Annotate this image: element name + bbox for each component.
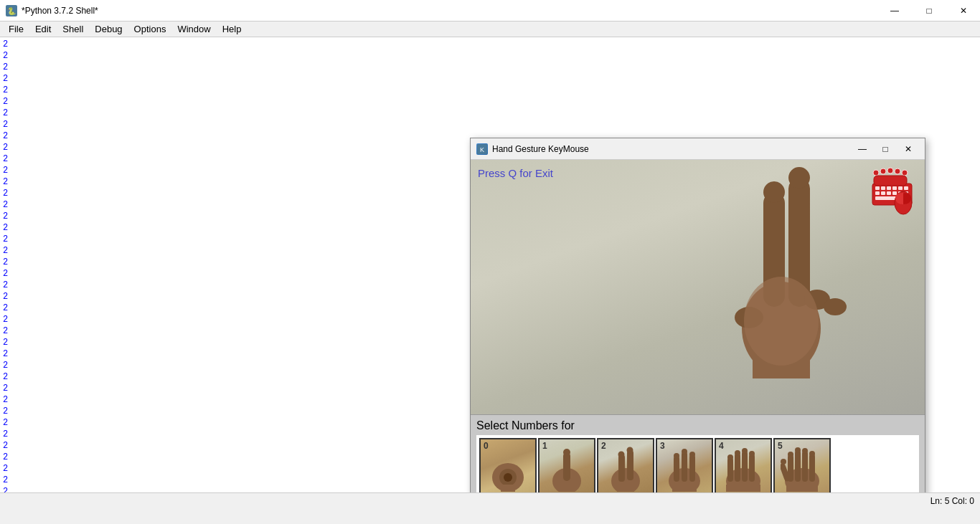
gesture-image-2 xyxy=(598,439,653,494)
svg-point-62 xyxy=(735,450,740,456)
svg-point-76 xyxy=(802,448,808,454)
press-q-label: Press Q for Exit xyxy=(478,167,553,179)
select-numbers-label: Select Numbers for xyxy=(476,419,919,432)
svg-rect-10 xyxy=(904,186,908,190)
gesture-image-3 xyxy=(657,439,712,494)
gesture-thumb-2: 2 xyxy=(597,438,654,495)
camera-feed: Press Q for Exit xyxy=(471,160,925,414)
maximize-button[interactable]: □ xyxy=(913,0,946,22)
svg-point-66 xyxy=(749,451,755,457)
gesture-num-3: 3 xyxy=(660,441,665,451)
svg-rect-73 xyxy=(795,450,801,482)
svg-rect-79 xyxy=(786,485,818,492)
svg-rect-41 xyxy=(563,452,570,481)
svg-point-54 xyxy=(682,449,687,454)
svg-rect-6 xyxy=(881,186,885,190)
floating-app-icon: K xyxy=(476,143,488,155)
svg-point-60 xyxy=(727,454,733,460)
svg-text:🐍: 🐍 xyxy=(7,6,17,16)
svg-rect-75 xyxy=(802,451,808,482)
svg-point-56 xyxy=(689,452,695,457)
menu-debug[interactable]: Debug xyxy=(89,22,128,36)
svg-point-42 xyxy=(563,449,570,456)
svg-rect-55 xyxy=(689,454,695,482)
svg-point-34 xyxy=(824,298,847,315)
svg-rect-43 xyxy=(560,485,574,492)
floating-title-text: Hand Gesture KeyMouse xyxy=(492,144,852,154)
svg-rect-49 xyxy=(617,485,634,492)
svg-rect-77 xyxy=(809,454,815,482)
svg-rect-59 xyxy=(727,457,733,482)
svg-point-24 xyxy=(902,170,908,176)
svg-point-74 xyxy=(795,447,801,453)
svg-rect-47 xyxy=(627,450,633,480)
float-maximize-button[interactable]: □ xyxy=(875,141,896,157)
svg-point-78 xyxy=(809,451,815,457)
svg-rect-14 xyxy=(892,191,897,195)
app-icon: 🐍 xyxy=(6,5,17,16)
gesture-image-0 xyxy=(481,439,535,494)
svg-point-31 xyxy=(788,167,810,189)
svg-point-22 xyxy=(887,168,893,173)
camera-area: Press Q for Exit xyxy=(471,160,925,414)
svg-rect-63 xyxy=(742,451,748,482)
menu-help[interactable]: Help xyxy=(217,22,248,36)
gesture-thumb-5: 5 xyxy=(773,438,831,495)
svg-rect-57 xyxy=(672,485,697,492)
minimize-button[interactable]: — xyxy=(878,0,911,22)
svg-point-70 xyxy=(781,459,786,465)
menu-shell[interactable]: Shell xyxy=(57,22,89,36)
gesture-strip: 0 1 xyxy=(476,435,919,498)
keymouse-icon xyxy=(869,166,919,216)
svg-rect-53 xyxy=(682,452,687,482)
svg-rect-39 xyxy=(501,485,515,492)
svg-point-64 xyxy=(742,448,748,454)
window-title: *Python 3.7.2 Shell* xyxy=(22,6,974,16)
svg-rect-13 xyxy=(887,191,891,195)
gesture-thumb-3: 3 xyxy=(656,438,713,495)
svg-point-21 xyxy=(880,168,886,174)
menu-edit[interactable]: Edit xyxy=(29,22,57,36)
window-controls: — □ ✕ xyxy=(878,0,980,22)
hand-gesture-image xyxy=(695,160,867,378)
floating-title-bar: K Hand Gesture KeyMouse — □ ✕ xyxy=(471,138,925,160)
svg-rect-25 xyxy=(874,176,907,186)
gesture-num-1: 1 xyxy=(542,441,547,451)
svg-point-20 xyxy=(873,170,879,176)
gesture-thumb-4: 4 xyxy=(715,438,772,495)
menu-bar: File Edit Shell Debug Options Window Hel… xyxy=(0,22,980,37)
svg-point-35 xyxy=(744,277,819,366)
gesture-image-1 xyxy=(540,439,594,494)
float-minimize-button[interactable]: — xyxy=(852,141,873,157)
gesture-num-2: 2 xyxy=(601,441,606,451)
close-button[interactable]: ✕ xyxy=(947,0,980,22)
status-bar: Ln: 5 Col: 0 xyxy=(0,492,980,508)
svg-point-48 xyxy=(627,447,633,454)
svg-rect-5 xyxy=(875,186,880,190)
title-bar: 🐍 *Python 3.7.2 Shell* — □ ✕ xyxy=(0,0,980,22)
floating-controls: — □ ✕ xyxy=(852,141,919,157)
gesture-num-4: 4 xyxy=(719,441,724,451)
menu-window[interactable]: Window xyxy=(171,22,216,36)
bottom-panel: Select Numbers for 0 xyxy=(471,414,925,502)
status-text: Ln: 5 Col: 0 xyxy=(930,496,974,506)
menu-options[interactable]: Options xyxy=(128,22,172,36)
shell-area[interactable]: 2 2 2 2 2 2 2 2 2 2 2 2 2 2 2 2 2 2 2 2 … xyxy=(0,37,980,508)
svg-rect-12 xyxy=(881,191,885,195)
hand-gesture-window: K Hand Gesture KeyMouse — □ ✕ Press Q fo… xyxy=(470,138,925,503)
svg-rect-7 xyxy=(887,186,891,190)
svg-rect-65 xyxy=(749,454,755,482)
svg-rect-51 xyxy=(674,456,679,482)
line-numbers: 2 2 2 2 2 2 2 2 2 2 2 2 2 2 2 2 2 2 2 2 … xyxy=(0,37,14,497)
gesture-num-0: 0 xyxy=(484,441,489,451)
float-close-button[interactable]: ✕ xyxy=(897,141,919,157)
svg-text:K: K xyxy=(480,146,484,153)
svg-rect-45 xyxy=(618,454,625,482)
gesture-thumb-0: 0 xyxy=(479,438,537,495)
svg-rect-9 xyxy=(898,186,903,190)
menu-file[interactable]: File xyxy=(3,22,29,36)
svg-rect-8 xyxy=(892,186,897,190)
svg-point-52 xyxy=(674,453,679,459)
gesture-image-4 xyxy=(716,439,771,494)
svg-point-23 xyxy=(895,168,900,174)
